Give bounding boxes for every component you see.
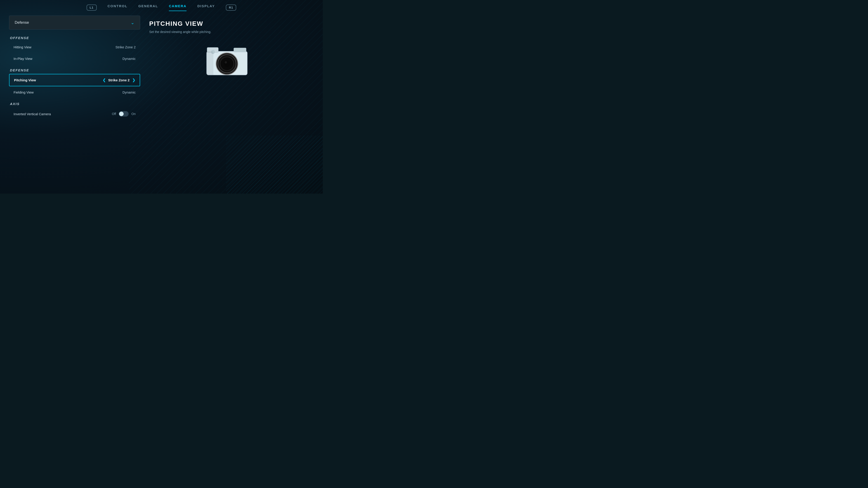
toggle-knob [119,111,124,116]
hitting-view-row[interactable]: Hitting View Strike Zone 2 [9,41,140,53]
toggle-switch[interactable] [119,111,129,117]
toggle-group: Off On [112,111,135,117]
fielding-view-value: Dynamic [123,90,135,94]
pitching-view-row[interactable]: Pitching View ❮ Strike Zone 2 ❯ [9,74,140,86]
arrow-left-icon[interactable]: ❮ [103,78,105,82]
nav-r1-button[interactable]: R1 [226,4,237,11]
chevron-down-icon: ⌄ [131,20,134,25]
tab-control[interactable]: CONTROL [107,4,127,11]
category-dropdown[interactable]: Defense ⌄ [9,15,140,30]
camera-illustration [149,41,305,77]
settings-list: OFFENSE Hitting View Strike Zone 2 In-Pl… [9,36,140,120]
tab-general[interactable]: GENERAL [138,4,158,11]
inverted-camera-row[interactable]: Inverted Vertical Camera Off On [9,107,140,120]
tab-camera[interactable]: CAMERA [169,4,186,11]
svg-point-6 [224,61,230,67]
pitching-view-value-text: Strike Zone 2 [108,78,129,82]
hitting-view-value: Strike Zone 2 [116,45,135,49]
inplay-view-value: Dynamic [123,57,135,61]
svg-rect-2 [234,48,246,52]
pitching-view-label: Pitching View [14,78,36,82]
fielding-view-label: Fielding View [13,90,34,94]
tab-display[interactable]: DISPLAY [197,4,215,11]
main-layout: Defense ⌄ OFFENSE Hitting View Strike Zo… [9,15,314,121]
inplay-view-label: In-Play View [13,57,32,61]
axis-section-header: AXIS [10,102,140,106]
detail-title: PITCHING VIEW [149,20,305,27]
svg-rect-10 [207,51,213,75]
nav-l1-button[interactable]: L1 [87,4,97,11]
detail-description: Set the desired viewing angle while pitc… [149,30,305,34]
hitting-view-label: Hitting View [13,45,31,49]
right-panel: PITCHING VIEW Set the desired viewing an… [140,15,314,121]
inplay-view-row[interactable]: In-Play View Dynamic [9,53,140,64]
svg-point-7 [225,61,227,64]
top-nav: L1 CONTROL GENERAL CAMERA DISPLAY R1 [0,0,323,11]
defense-section-header: DEFENSE [10,68,140,72]
arrow-right-icon[interactable]: ❯ [132,78,135,82]
dropdown-label: Defense [15,20,29,25]
offense-section-header: OFFENSE [10,36,140,40]
bg-pattern2 [226,135,323,194]
toggle-off-label: Off [112,112,116,116]
inverted-camera-label: Inverted Vertical Camera [13,112,51,116]
left-panel: Defense ⌄ OFFENSE Hitting View Strike Zo… [9,15,140,121]
pitching-view-value: ❮ Strike Zone 2 ❯ [103,78,135,82]
toggle-on-label: On [131,112,135,116]
camera-icon [202,41,252,77]
fielding-view-row[interactable]: Fielding View Dynamic [9,87,140,98]
